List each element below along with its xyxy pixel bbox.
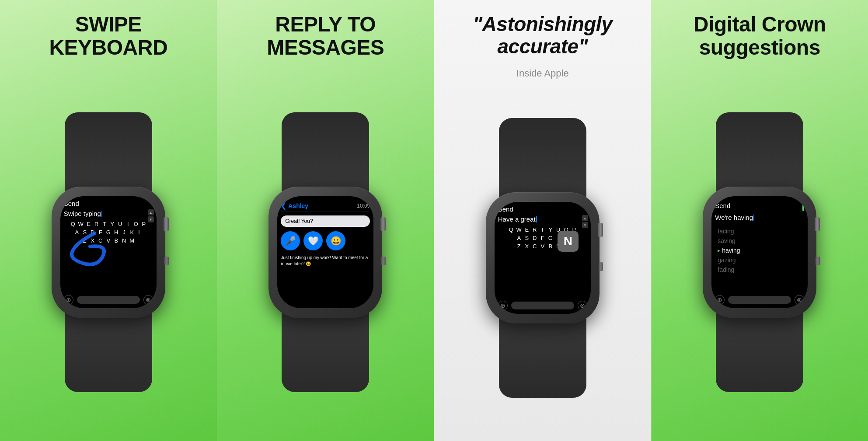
screen-header-1: Send ▲ ▼ (64, 200, 153, 207)
key-3-y: Y (547, 226, 554, 233)
key-d: D (90, 229, 96, 236)
panel-quote: "Astonishinglyaccurate" Inside Apple Sen… (434, 0, 651, 441)
watch-2: ❮ Ashley 10:09 Great! You? 🎤 🤍 😀 Just fi… (251, 112, 400, 392)
key-h: H (113, 229, 119, 236)
send-label-4: Send (715, 202, 730, 209)
key-3-b: B (547, 243, 554, 250)
cursor-3 (536, 216, 537, 222)
key-3-c: C (532, 243, 538, 250)
key-p: P (141, 221, 147, 227)
input-text-3: Have a great (498, 215, 536, 223)
key-z: Z (82, 237, 88, 244)
key-y: Y (109, 221, 115, 227)
send-label-1: Send (64, 200, 79, 207)
scroll-indicator-1: ▲ ▼ (148, 209, 154, 222)
watch-container-4: Send We're having facing saving having g… (685, 73, 834, 432)
watch-band-bottom-3 (499, 310, 586, 398)
key-m: M (129, 237, 135, 244)
watch-container-2: ❮ Ashley 10:09 Great! You? 🎤 🤍 😀 Just fi… (251, 73, 400, 432)
key-c: C (98, 237, 104, 244)
message-bubble: Great! You? (281, 215, 370, 227)
watch-container-3: Send ▲ ▼ Have a great Q W (468, 83, 617, 432)
panel-digital-crown: Digital Crownsuggestions Send We're havi… (651, 0, 868, 441)
screen-content-3: Send ▲ ▼ Have a great Q W (495, 202, 591, 314)
suggestion-having: having (715, 246, 804, 255)
watch-screen-3: Send ▲ ▼ Have a great Q W (495, 202, 591, 314)
key-3-r: R (532, 226, 538, 233)
scroll-down-1: ▼ (148, 216, 154, 222)
space-bar-1 (77, 296, 140, 304)
send-label-3: Send (498, 205, 513, 213)
back-icon: ❮ (281, 201, 286, 210)
key-i: I (125, 221, 131, 227)
watch-side-button-3 (599, 262, 603, 271)
suggestion-gazing: gazing (715, 255, 804, 265)
emoji-btn[interactable]: 😀 (326, 231, 345, 250)
key-3-d: D (532, 235, 538, 241)
keyboard-row-1: Q W E R T Y U I O P (64, 221, 153, 227)
scroll-up-3: ▲ (582, 215, 588, 221)
watch-body-2: ❮ Ashley 10:09 Great! You? 🎤 🤍 😀 Just fi… (268, 187, 382, 318)
key-3-f: F (540, 235, 546, 241)
keyboard-row-2: A S D F G H J K L (64, 229, 153, 236)
watch-band-bottom-4 (716, 305, 803, 392)
messages-header: ❮ Ashley 10:09 (281, 200, 370, 212)
panel-reply-messages: REPLY TOMESSAGES ❮ Ashley 10:09 Great! Y… (217, 0, 434, 441)
key-f: F (98, 229, 104, 236)
add-btn-1: ⊕ (64, 295, 73, 305)
watch-crown-4 (815, 217, 820, 231)
input-text-1: Swipe typing (64, 210, 101, 217)
key-3-z: Z (516, 243, 522, 250)
watch-screen-1: Send ▲ ▼ Swipe typing Q W (60, 196, 157, 308)
key-3-w: W (516, 226, 522, 233)
key-u: U (117, 221, 123, 227)
watch-side-button-2 (381, 257, 386, 265)
key-3-q: Q (508, 226, 514, 233)
key-3-g: G (547, 235, 554, 241)
key-e: E (86, 221, 92, 227)
keyboard-1: Q W E R T Y U I O P (64, 221, 153, 292)
panel-3-subtitle: Inside Apple (516, 68, 569, 79)
watch-4: Send We're having facing saving having g… (685, 112, 834, 392)
key-s: S (82, 229, 88, 236)
suggestions-list: facing saving having gazing fading (715, 226, 804, 292)
keyboard-row-3: Z X C V B N M (64, 237, 153, 244)
watch-container-1: Send ▲ ▼ Swipe typing Q W (34, 73, 183, 432)
delete-btn-3: ⊗ (578, 301, 587, 310)
watch-crown-3 (598, 223, 603, 237)
suggestion-saving: saving (715, 236, 804, 246)
screen-header-3: Send ▲ ▼ (498, 205, 587, 213)
heart-btn[interactable]: 🤍 (303, 231, 323, 250)
watch-crown-1 (164, 217, 169, 231)
screen-content-4: Send We're having facing saving having g… (711, 196, 808, 308)
watch-3: Send ▲ ▼ Have a great Q W (468, 118, 617, 398)
watch-body-1: Send ▲ ▼ Swipe typing Q W (52, 187, 165, 318)
watch-1: Send ▲ ▼ Swipe typing Q W (34, 112, 183, 392)
panel-3-title: "Astonishinglyaccurate" (473, 13, 612, 57)
key-3-v: V (540, 243, 546, 250)
microphone-btn[interactable]: 🎤 (281, 231, 300, 250)
screen-bottom-1: ⊕ ⊗ (64, 295, 153, 305)
message-actions: 🎤 🤍 😀 (281, 231, 370, 250)
key-3-t: T (540, 226, 546, 233)
input-area-4: We're having (715, 214, 804, 221)
watch-screen-4: Send We're having facing saving having g… (711, 196, 808, 308)
watch-side-button-4 (816, 257, 820, 265)
message-time: 10:09 (357, 203, 370, 209)
watch-band-bottom-2 (282, 305, 369, 392)
green-indicator (802, 200, 804, 211)
panel-1-title: SWIPEKEYBOARD (49, 13, 167, 59)
key-t: T (101, 221, 108, 227)
key-j: J (121, 229, 127, 236)
cursor-4 (753, 215, 754, 221)
key-q: Q (70, 221, 76, 227)
add-btn-3: ⊕ (498, 301, 508, 310)
key-3-x: X (524, 243, 530, 250)
suggestion-fading: fading (715, 265, 804, 274)
delete-btn-1: ⊗ (143, 295, 153, 305)
suggestion-facing: facing (715, 226, 804, 236)
key-a: A (74, 229, 80, 236)
watch-band-bottom-1 (65, 305, 152, 392)
key-o: O (133, 221, 139, 227)
screen-content-1: Send ▲ ▼ Swipe typing Q W (60, 196, 157, 308)
